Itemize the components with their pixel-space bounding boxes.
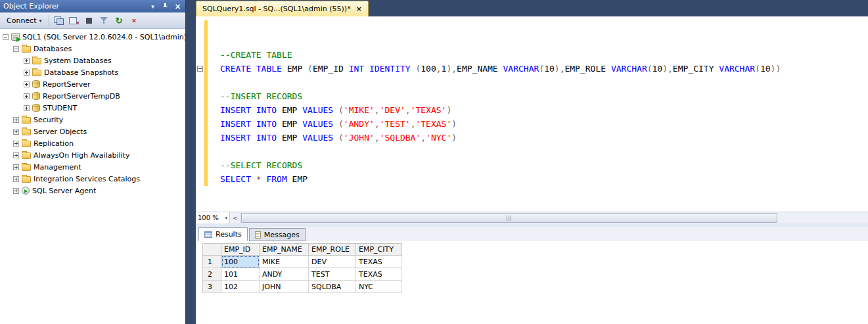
- tree-item-management[interactable]: Management: [0, 161, 185, 173]
- grid-cell[interactable]: ANDY: [260, 268, 309, 281]
- code-token: IDENTITY: [369, 64, 411, 74]
- tree-item-label: Replication: [34, 139, 74, 148]
- editor-statusbar: 100 % ▾ <: [196, 212, 868, 223]
- close-icon[interactable]: ×: [173, 2, 182, 11]
- scrollbar-thumb[interactable]: [241, 213, 777, 223]
- code-token: INT: [349, 64, 364, 74]
- expand-icon[interactable]: [13, 164, 19, 170]
- expand-icon[interactable]: [13, 141, 19, 147]
- expand-icon[interactable]: [24, 105, 30, 111]
- code-token: 'MIKE': [344, 105, 375, 115]
- tree-item-reportserver[interactable]: ReportServer: [0, 78, 185, 90]
- horizontal-scrollbar[interactable]: [241, 212, 868, 223]
- column-header-emp_id[interactable]: EMP_ID: [221, 244, 260, 256]
- expand-icon[interactable]: [13, 152, 19, 158]
- tab-messages[interactable]: Messages: [249, 228, 306, 241]
- editor-text-area[interactable]: --CREATE TABLECREATE TABLE EMP (EMP_ID I…: [196, 16, 868, 212]
- code-token: VALUES: [302, 105, 333, 115]
- code-token: EMP_ID: [313, 64, 349, 74]
- row-number-cell[interactable]: 1: [203, 256, 221, 268]
- folder-icon: [32, 58, 41, 64]
- filter-button[interactable]: [97, 14, 111, 28]
- code-token: EMP: [287, 174, 308, 184]
- code-token: ,: [668, 64, 673, 74]
- connect-button[interactable]: Connect ▾: [3, 14, 46, 27]
- grid-cell[interactable]: TEST: [309, 268, 356, 281]
- stop-icon: [86, 18, 92, 24]
- tree-item-sql1-sql-server-12-0-6024-0-sql1[interactable]: SQL1 (SQL Server 12.0.6024.0 - SQL1\admi…: [0, 31, 185, 43]
- tab-close-icon[interactable]: ×: [356, 5, 362, 13]
- collapse-icon[interactable]: [3, 34, 9, 40]
- code-token: EMP: [277, 119, 302, 129]
- stop-button[interactable]: [82, 14, 96, 28]
- expand-icon[interactable]: [13, 117, 19, 123]
- tab-sqlquery1[interactable]: SQLQuery1.sql - SQ...(SQL1\admin (55))* …: [196, 1, 369, 16]
- delete-button[interactable]: ×: [127, 14, 141, 28]
- code-token: ): [775, 64, 781, 74]
- pushpin-glyph: [162, 3, 168, 10]
- grid-cell[interactable]: DEV: [309, 256, 356, 268]
- disconnect-server-button[interactable]: ×: [67, 14, 81, 28]
- grid-cell[interactable]: TEXAS: [356, 268, 402, 281]
- code-token: (: [755, 64, 760, 74]
- tree-item-label: Database Snapshots: [44, 68, 118, 77]
- folder-icon: [22, 117, 31, 124]
- code-area[interactable]: --CREATE TABLECREATE TABLE EMP (EMP_ID I…: [220, 20, 868, 186]
- grid-cell[interactable]: NYC: [356, 281, 402, 293]
- collapse-region-icon[interactable]: [197, 66, 203, 72]
- column-header-emp_city[interactable]: EMP_CITY: [356, 244, 402, 256]
- column-header-emp_role[interactable]: EMP_ROLE: [309, 244, 356, 256]
- grid-cell[interactable]: TEXAS: [356, 256, 402, 268]
- grid-cell[interactable]: SQLDBA: [309, 281, 356, 293]
- servers-icon: [54, 16, 64, 25]
- tree-item-sql-server-agent[interactable]: SQL Server Agent: [0, 185, 185, 197]
- tree-item-student[interactable]: STUDENT: [0, 102, 185, 114]
- tree-item-server-objects[interactable]: Server Objects: [0, 126, 185, 137]
- connect-server-button[interactable]: [52, 14, 66, 28]
- tree-item-replication[interactable]: Replication: [0, 137, 185, 149]
- tree-item-integration-services-catalogs[interactable]: Integration Services Catalogs: [0, 173, 185, 185]
- object-explorer-panel: Object Explorer ▾ × Connect ▾ × ↻ × SQL1…: [0, 0, 186, 324]
- grid-corner-cell[interactable]: [203, 244, 221, 256]
- window-position-icon[interactable]: ▾: [148, 2, 157, 11]
- object-explorer-titlebar[interactable]: Object Explorer ▾ ×: [0, 0, 185, 12]
- tree-item-database-snapshots[interactable]: Database Snapshots: [0, 66, 185, 78]
- zoom-value: 100 %: [198, 214, 219, 221]
- collapse-icon[interactable]: [13, 46, 19, 52]
- tree-item-alwayson-high-availability[interactable]: AlwaysOn High Availability: [0, 149, 185, 161]
- row-number-cell[interactable]: 2: [203, 268, 221, 281]
- object-explorer-tree[interactable]: SQL1 (SQL Server 12.0.6024.0 - SQL1\admi…: [0, 29, 185, 324]
- code-token: 10: [652, 64, 663, 74]
- grid-cell[interactable]: JOHN: [260, 281, 309, 293]
- code-token: INSERT INTO: [220, 133, 277, 143]
- row-number-cell[interactable]: 3: [203, 281, 221, 293]
- column-header-emp_name[interactable]: EMP_NAME: [260, 244, 309, 256]
- grid-cell[interactable]: 100: [221, 256, 260, 268]
- tree-item-reportservertempdb[interactable]: ReportServerTempDB: [0, 90, 185, 102]
- tree-item-system-databases[interactable]: System Databases: [0, 55, 185, 66]
- expand-icon[interactable]: [13, 176, 19, 182]
- scrollbar-grip-icon: [507, 216, 513, 221]
- expand-icon[interactable]: [13, 129, 19, 135]
- table-row: 2101ANDYTESTTEXAS: [203, 268, 402, 281]
- expand-icon[interactable]: [13, 188, 19, 194]
- code-line: INSERT INTO EMP VALUES ('MIKE','DEV','TE…: [220, 103, 868, 117]
- expand-icon[interactable]: [24, 93, 30, 99]
- code-token: ,: [421, 133, 426, 143]
- code-token: VARCHAR: [503, 64, 539, 74]
- tree-item-databases[interactable]: Databases: [0, 43, 185, 55]
- scroll-left-button[interactable]: <: [230, 212, 241, 223]
- tree-item-label: AlwaysOn High Availability: [34, 151, 129, 160]
- grid-cell[interactable]: MIKE: [260, 256, 309, 268]
- code-token: (: [539, 64, 544, 74]
- grid-cell[interactable]: 101: [221, 268, 260, 281]
- zoom-select[interactable]: 100 % ▾: [196, 212, 230, 223]
- expand-icon[interactable]: [24, 70, 30, 76]
- grid-cell[interactable]: 102: [221, 281, 260, 293]
- expand-icon[interactable]: [24, 58, 30, 64]
- refresh-button[interactable]: ↻: [112, 14, 126, 28]
- tree-item-security[interactable]: Security: [0, 114, 185, 126]
- pin-icon[interactable]: [161, 2, 170, 11]
- tab-results[interactable]: Results: [198, 227, 248, 241]
- expand-icon[interactable]: [24, 81, 30, 87]
